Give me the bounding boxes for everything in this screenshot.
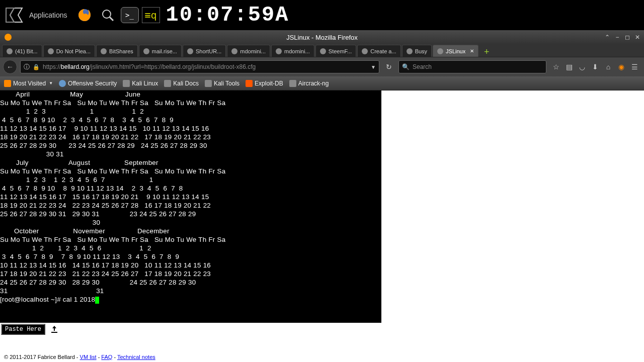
terminal-output: April May June Su Mo Tu We Th Fr Sa Su M…: [0, 90, 225, 295]
bookmark-star-icon[interactable]: ☆: [551, 63, 560, 71]
new-tab-button[interactable]: +: [481, 47, 492, 57]
tab-label: JSLinux: [446, 48, 465, 54]
downloads-icon[interactable]: ⬇: [591, 63, 600, 71]
cursor: [95, 297, 99, 304]
bookmark-icon: [246, 80, 253, 87]
dropdown-icon: ▼: [49, 81, 53, 85]
bookmarks-bar: Most Visited▼Offensive SecurityKali Linu…: [0, 76, 644, 90]
favicon: [407, 48, 413, 54]
page-footer: © 2011-2017 Fabrice Bellard - VM list - …: [4, 354, 155, 360]
firefox-window: JSLinux - Mozilla Firefox ⌃ − ◻ ✕ (41) B…: [0, 30, 644, 362]
favicon: [437, 48, 443, 54]
tab-label: Do Not Plea...: [56, 48, 91, 54]
minimize-button[interactable]: −: [613, 33, 622, 42]
address-bar-row: ← ⓘ 🔒 https://bellard.org/jslinux/vm.htm…: [0, 57, 644, 76]
favicon: [231, 48, 237, 54]
terminal-panel-icon[interactable]: >_: [121, 7, 139, 23]
bookmark-item[interactable]: Kali Tools: [205, 80, 239, 87]
tab-label: SteemF...: [329, 48, 352, 54]
bookmark-label: Kali Linux: [132, 80, 158, 87]
applications-menu[interactable]: Applications: [29, 11, 67, 19]
search-placeholder: Search: [413, 63, 432, 70]
bookmark-icon: [205, 80, 212, 87]
bookmark-item[interactable]: Kali Linux: [123, 80, 158, 87]
back-button[interactable]: ←: [3, 60, 17, 74]
bookmark-icon: [164, 80, 171, 87]
tab-label: ShortUR...: [196, 48, 221, 54]
tab-label: Busy: [415, 48, 427, 54]
favicon: [143, 48, 149, 54]
tab[interactable]: Do Not Plea...: [43, 45, 95, 57]
maximize-button[interactable]: ◻: [623, 33, 632, 42]
addon-icon[interactable]: ◉: [617, 63, 626, 71]
lock-icon: 🔒: [33, 64, 40, 70]
hamburger-menu-icon[interactable]: ☰: [630, 63, 639, 71]
bookmark-item[interactable]: Offensive Security: [59, 80, 117, 87]
search-bar[interactable]: 🔍 Search: [398, 60, 546, 73]
tab-label: mdomini...: [284, 48, 310, 54]
tab-close-icon[interactable]: ✕: [470, 48, 474, 54]
window-menu-icon[interactable]: ⌃: [603, 33, 612, 42]
bookmark-label: Offensive Security: [68, 80, 117, 87]
bookmark-label: Kali Tools: [214, 80, 239, 87]
firefox-titlebar-icon: [3, 32, 13, 42]
tab-label: (41) Bit...: [15, 48, 38, 54]
favicon: [48, 48, 54, 54]
tab-label: Create a...: [370, 48, 396, 54]
url-text: https://bellard.org/jslinux/vm.html?url=…: [43, 63, 256, 70]
window-titlebar: JSLinux - Mozilla Firefox ⌃ − ◻ ✕: [0, 30, 644, 44]
search-icon: 🔍: [402, 63, 410, 70]
tab[interactable]: JSLinux✕: [433, 45, 478, 57]
tab[interactable]: SteemF...: [315, 45, 356, 57]
svg-point-5: [5, 34, 12, 41]
tab-label: mdomini...: [240, 48, 266, 54]
reader-icon[interactable]: ▤: [565, 63, 574, 71]
bookmark-icon: [123, 80, 130, 87]
url-dropdown-icon[interactable]: ▼: [371, 64, 376, 70]
favicon: [101, 48, 107, 54]
bookmark-icon: [4, 80, 11, 87]
favicon: [276, 48, 282, 54]
firefox-panel-icon[interactable]: [74, 5, 95, 25]
tab-label: BitShares: [109, 48, 133, 54]
favicon: [7, 48, 13, 54]
reload-button[interactable]: ↻: [382, 60, 395, 73]
upload-icon[interactable]: [49, 324, 59, 334]
vmlist-link[interactable]: VM list: [80, 354, 97, 360]
close-button[interactable]: ✕: [633, 33, 642, 42]
tab[interactable]: BitShares: [96, 45, 138, 57]
tab[interactable]: mdomini...: [271, 45, 314, 57]
search-panel-icon[interactable]: [98, 5, 118, 25]
page-content: April May June Su Mo Tu We Th Fr Sa Su M…: [0, 90, 644, 362]
bookmark-item[interactable]: Aircrack-ng: [289, 80, 329, 87]
bookmark-item[interactable]: Most Visited▼: [4, 80, 53, 87]
bookmark-item[interactable]: Exploit-DB: [246, 80, 283, 87]
identity-icon[interactable]: ⓘ: [24, 63, 30, 71]
tab[interactable]: Busy: [402, 45, 432, 57]
panel-clock: 10:07:59A: [166, 3, 289, 27]
svg-marker-1: [6, 8, 14, 22]
shell-prompt: [root@localhost ~]# cal 1 2018: [0, 296, 95, 303]
bookmark-item[interactable]: Kali Docs: [164, 80, 199, 87]
technotes-link[interactable]: Technical notes: [117, 354, 155, 360]
pocket-icon[interactable]: ◡: [578, 63, 587, 71]
jslinux-terminal[interactable]: April May June Su Mo Tu We Th Fr Sa Su M…: [0, 90, 381, 323]
tab[interactable]: (41) Bit...: [2, 45, 42, 57]
paste-here-button[interactable]: Paste Here: [1, 324, 45, 335]
tab[interactable]: mdomini...: [227, 45, 270, 57]
tab[interactable]: Create a...: [357, 45, 400, 57]
svg-point-3: [103, 10, 111, 18]
home-icon[interactable]: ⌂: [604, 63, 613, 71]
faq-link[interactable]: FAQ: [101, 354, 112, 360]
bookmark-label: Most Visited: [13, 80, 46, 87]
desktop-panel: Applications >_ ≡q 10:07:59A: [0, 0, 644, 30]
svg-marker-0: [10, 8, 22, 22]
tab[interactable]: ShortUR...: [183, 45, 226, 57]
bookmark-label: Kali Docs: [173, 80, 199, 87]
tab[interactable]: mail.rise...: [139, 45, 182, 57]
tab-label: mail.rise...: [152, 48, 177, 54]
favicon: [362, 48, 368, 54]
url-bar[interactable]: ⓘ 🔒 https://bellard.org/jslinux/vm.html?…: [20, 60, 379, 73]
eq-panel-icon[interactable]: ≡q: [142, 7, 160, 23]
os-logo-icon[interactable]: [4, 5, 24, 25]
